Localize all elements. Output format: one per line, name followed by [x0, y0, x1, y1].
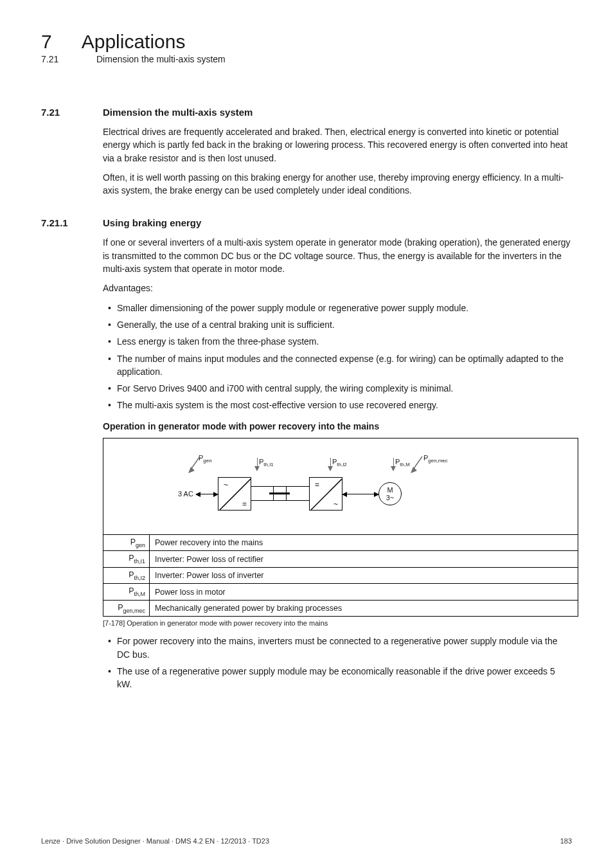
footer-left: Lenze · Drive Solution Designer · Manual…: [41, 837, 269, 845]
legend-desc: Power loss in motor: [150, 584, 578, 601]
equals-symbol: =: [315, 480, 319, 489]
section-7-21-1-num: 7.21.1: [41, 217, 103, 228]
section-7-21-title: Dimension the multi-axis system: [103, 107, 253, 118]
list-item: For power recovery into the mains, inver…: [117, 635, 572, 661]
list-item: Generally, the use of a central braking …: [117, 318, 572, 331]
figure-caption: [7-178] Operation in generator mode with…: [103, 619, 572, 627]
tilde-symbol: ~: [224, 480, 228, 489]
ac-label: 3 AC: [178, 490, 193, 498]
bullet-dot: •: [103, 635, 117, 661]
legend-symbol: Pgen: [103, 534, 150, 551]
operation-subhead: Operation in generator mode with power r…: [103, 421, 572, 431]
svg-marker-3: [411, 467, 417, 473]
page-number: 183: [560, 837, 572, 845]
bullet-dot: •: [103, 352, 117, 379]
legend-symbol: Pth,I2: [103, 567, 150, 584]
bullet-dot: •: [103, 335, 117, 348]
separator-dashes: _ _ _ _ _ _ _ _ _ _ _ _ _ _ _ _ _ _ _ _ …: [41, 76, 572, 86]
list-item: The multi-axis system is the most cost-e…: [117, 399, 572, 411]
advantages-list: •Smaller dimensioning of the power suppl…: [103, 302, 572, 412]
pgen-arrow-icon: [187, 454, 205, 473]
inverter-box: = ~: [309, 477, 342, 511]
figure-table: 3 AC ~ = Pgen: [103, 438, 578, 617]
arrow-inverter-motor: [342, 494, 378, 494]
para-7-21-2: Often, it is well worth passing on this …: [103, 171, 572, 197]
svg-marker-1: [188, 467, 195, 473]
dc-bus: [251, 481, 309, 507]
list-item: The number of mains input modules and th…: [117, 352, 572, 379]
pthI1-label: Pth,I1: [259, 458, 274, 467]
section-7-21-1-title: Using braking energy: [103, 217, 201, 228]
list-item: Smaller dimensioning of the power supply…: [117, 302, 572, 314]
chapter-title: Applications: [82, 31, 186, 53]
pgenmec-label: Pgen,mec: [423, 454, 448, 464]
legend-desc: Power recovery into the mains: [150, 534, 578, 551]
para-7-21-1-intro: If one or several inverters of a multi-a…: [103, 236, 572, 275]
legend-desc: Inverter: Power loss of inverter: [150, 567, 578, 584]
chapter-number: 7: [41, 31, 52, 53]
pthI2-label: Pth,I2: [332, 458, 347, 467]
bullet-dot: •: [103, 399, 117, 411]
arrow-ac-rectifier: [196, 494, 218, 494]
equals-symbol: =: [242, 500, 247, 509]
legend-desc: Mechanically generated power by braking …: [150, 600, 578, 617]
section-7-21-num: 7.21: [41, 107, 103, 118]
bullet-dot: •: [103, 665, 117, 691]
list-item: Less energy is taken from the three-phas…: [117, 335, 572, 348]
bullet-dot: •: [103, 382, 117, 395]
list-item: The use of a regenerative power supply m…: [117, 665, 572, 691]
pgenmec-arrow-icon: [409, 455, 426, 473]
header-section-num: 7.21: [41, 54, 67, 64]
tilde-symbol: ~: [333, 500, 338, 509]
legend-symbol: Pth,M: [103, 584, 150, 601]
bullet-dot: •: [103, 302, 117, 314]
post-figure-list: •For power recovery into the mains, inve…: [103, 635, 572, 691]
pthM-label: Pth,M: [395, 458, 410, 467]
header-section-title: Dimension the multi-axis system: [96, 54, 226, 64]
bullet-dot: •: [103, 318, 117, 331]
legend-desc: Inverter: Power loss of rectifier: [150, 551, 578, 568]
para-7-21-1: Electrical drives are frequently acceler…: [103, 125, 572, 165]
advantages-label: Advantages:: [103, 282, 572, 294]
legend-symbol: Pth,I1: [103, 551, 150, 568]
list-item: For Servo Drives 9400 and i700 with cent…: [117, 382, 572, 395]
rectifier-box: ~ =: [218, 477, 251, 511]
legend-symbol: Pgen,mec: [103, 600, 150, 617]
motor-symbol: M3~: [378, 482, 402, 505]
power-flow-diagram: 3 AC ~ = Pgen: [109, 444, 573, 529]
